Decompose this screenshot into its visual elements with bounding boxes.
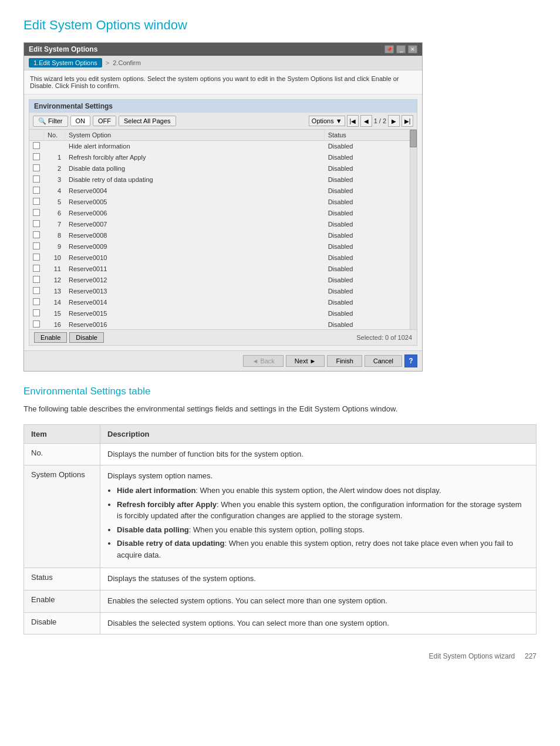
- row-checkbox-cell[interactable]: [29, 241, 44, 252]
- finish-button[interactable]: Finish: [327, 355, 362, 367]
- table-row[interactable]: 4 Reserve0004 Disabled: [29, 185, 417, 197]
- next-page-button[interactable]: ▶: [388, 115, 400, 127]
- row-checkbox-cell[interactable]: [29, 174, 44, 185]
- desc-bullet-item: Hide alert information: When you enable …: [117, 485, 529, 497]
- row-checkbox-cell[interactable]: [29, 297, 44, 308]
- table-row[interactable]: 7 Reserve0007 Disabled: [29, 219, 417, 230]
- scrollbar[interactable]: [410, 130, 417, 329]
- filter-icon: 🔍: [38, 117, 46, 124]
- row-checkbox[interactable]: [33, 198, 40, 205]
- enable-button[interactable]: Enable: [34, 332, 67, 343]
- breadcrumb-step2: 2.Confirm: [113, 59, 141, 66]
- table-row[interactable]: 12 Reserve0012 Disabled: [29, 275, 417, 286]
- filter-label: Filter: [48, 117, 62, 124]
- row-checkbox-cell[interactable]: [29, 141, 44, 152]
- table-row[interactable]: Hide alert information Disabled: [29, 141, 417, 152]
- breadcrumb-step1[interactable]: 1.Edit System Options: [29, 58, 102, 67]
- row-checkbox[interactable]: [33, 164, 40, 171]
- row-status: Disabled: [324, 174, 416, 185]
- row-checkbox[interactable]: [33, 309, 40, 316]
- table-row[interactable]: 9 Reserve0009 Disabled: [29, 241, 417, 252]
- row-checkbox-cell[interactable]: [29, 185, 44, 197]
- cancel-button[interactable]: Cancel: [365, 355, 402, 367]
- ref-item-label: Enable: [24, 590, 100, 612]
- total-count: of 1024: [390, 334, 412, 341]
- row-no: 15: [44, 308, 65, 319]
- table-row[interactable]: 10 Reserve0010 Disabled: [29, 252, 417, 264]
- row-checkbox[interactable]: [33, 287, 40, 294]
- row-checkbox[interactable]: [33, 142, 40, 149]
- row-checkbox[interactable]: [33, 209, 40, 216]
- table-row[interactable]: 11 Reserve0011 Disabled: [29, 264, 417, 275]
- row-checkbox[interactable]: [33, 231, 40, 238]
- reference-table: Item Description No. Displays the number…: [23, 424, 537, 635]
- last-page-button[interactable]: ▶|: [402, 115, 413, 127]
- filter-button[interactable]: 🔍 Filter: [33, 116, 68, 127]
- row-checkbox[interactable]: [33, 276, 40, 283]
- ref-desc-text: Displays system option names.: [107, 471, 212, 480]
- table-scroll-container: No. System Option Status Hide alert info…: [29, 130, 417, 329]
- table-row[interactable]: 15 Reserve0015 Disabled: [29, 308, 417, 319]
- on-button[interactable]: ON: [70, 116, 91, 126]
- table-row[interactable]: 8 Reserve0008 Disabled: [29, 230, 417, 241]
- row-checkbox[interactable]: [33, 242, 40, 249]
- table-row[interactable]: 2 Disable data polling Disabled: [29, 163, 417, 174]
- next-button[interactable]: Next ►: [286, 355, 325, 367]
- row-checkbox[interactable]: [33, 265, 40, 272]
- row-checkbox-cell[interactable]: [29, 197, 44, 208]
- table-row[interactable]: 5 Reserve0005 Disabled: [29, 197, 417, 208]
- row-checkbox-cell[interactable]: [29, 286, 44, 297]
- ref-desc-text: Displays the statuses of the system opti…: [107, 574, 256, 583]
- prev-page-button[interactable]: ◀: [360, 115, 372, 127]
- off-button[interactable]: OFF: [93, 116, 116, 126]
- row-checkbox-cell[interactable]: [29, 275, 44, 286]
- table-row[interactable]: 6 Reserve0006 Disabled: [29, 208, 417, 219]
- row-status: Disabled: [324, 286, 416, 297]
- pagination-controls: Options ▼ |◀ ◀ 1 / 2 ▶ ▶|: [309, 115, 413, 127]
- row-checkbox[interactable]: [33, 254, 40, 261]
- table-row[interactable]: 1 Refresh forcibly after Apply Disabled: [29, 152, 417, 163]
- row-no: 16: [44, 319, 65, 330]
- row-checkbox-cell[interactable]: [29, 319, 44, 330]
- minimize-button[interactable]: ⎯: [396, 45, 406, 53]
- help-button[interactable]: ?: [404, 355, 417, 367]
- options-dropdown[interactable]: Options ▼: [309, 116, 345, 126]
- row-checkbox[interactable]: [33, 153, 40, 160]
- row-checkbox-cell[interactable]: [29, 152, 44, 163]
- row-checkbox[interactable]: [33, 320, 40, 328]
- table-row[interactable]: 14 Reserve0014 Disabled: [29, 297, 417, 308]
- row-checkbox-cell[interactable]: [29, 163, 44, 174]
- row-checkbox-cell[interactable]: [29, 230, 44, 241]
- list-item: Status Displays the statuses of the syst…: [24, 568, 537, 590]
- table-row[interactable]: 3 Disable retry of data updating Disable…: [29, 174, 417, 185]
- back-button[interactable]: ◄ Back: [243, 355, 283, 367]
- row-checkbox-cell[interactable]: [29, 208, 44, 219]
- close-button[interactable]: ✕: [408, 45, 417, 53]
- row-no: 2: [44, 163, 65, 174]
- breadcrumb: 1.Edit System Options > 2.Confirm: [24, 56, 422, 70]
- row-checkbox-cell[interactable]: [29, 308, 44, 319]
- row-checkbox-cell[interactable]: [29, 252, 44, 264]
- col-system-option: System Option: [65, 130, 325, 141]
- row-checkbox[interactable]: [33, 220, 40, 227]
- row-checkbox[interactable]: [33, 175, 40, 183]
- table-row[interactable]: 13 Reserve0013 Disabled: [29, 286, 417, 297]
- desc-bullet-item: Disable data polling: When you enable th…: [117, 524, 529, 536]
- row-checkbox[interactable]: [33, 298, 40, 305]
- window-titlebar: Edit System Options 📌 ⎯ ✕: [24, 43, 422, 56]
- pin-button[interactable]: 📌: [384, 45, 394, 53]
- first-page-button[interactable]: |◀: [347, 115, 359, 127]
- table-row[interactable]: 16 Reserve0016 Disabled: [29, 319, 417, 330]
- scrollbar-thumb[interactable]: [410, 130, 417, 147]
- disable-button[interactable]: Disable: [69, 332, 104, 343]
- row-no: 14: [44, 297, 65, 308]
- select-all-pages-button[interactable]: Select All Pages: [119, 116, 176, 126]
- ref-item-desc: Displays system option names.Hide alert …: [100, 465, 537, 568]
- row-option: Reserve0008: [65, 230, 325, 241]
- row-checkbox-cell[interactable]: [29, 264, 44, 275]
- desc-bullets: Hide alert information: When you enable …: [117, 485, 529, 561]
- row-checkbox-cell[interactable]: [29, 219, 44, 230]
- row-checkbox[interactable]: [33, 187, 40, 194]
- row-option: Disable retry of data updating: [65, 174, 325, 185]
- row-option: Refresh forcibly after Apply: [65, 152, 325, 163]
